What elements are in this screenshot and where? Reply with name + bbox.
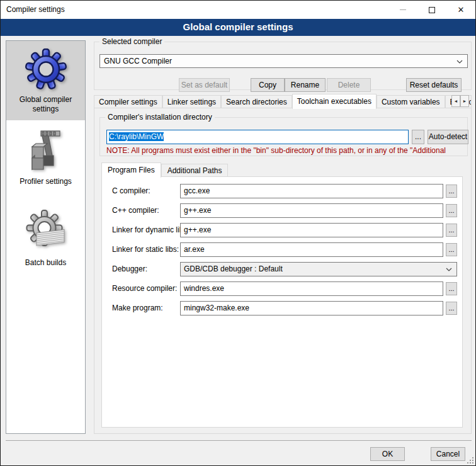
program-subtabs: Program Files Additional Paths	[101, 162, 228, 177]
close-button[interactable]: ✕	[446, 1, 475, 19]
close-icon: ✕	[458, 6, 465, 14]
window-controls: ✕	[388, 1, 475, 19]
field-label: C++ compiler:	[112, 203, 159, 218]
compiler-select[interactable]: GNU GCC Compiler	[99, 54, 468, 68]
minimize-icon	[400, 9, 406, 10]
sidebar-item-label: Global compiler settings	[8, 95, 84, 114]
sidebar-item-global-compiler-settings[interactable]: Global compiler settings	[6, 41, 85, 120]
make-program-browse-button[interactable]: ...	[446, 302, 457, 315]
tab-scroll-left-icon[interactable]: ◄	[451, 95, 460, 107]
static-linker-input[interactable]: ar.exe	[180, 242, 443, 257]
installation-directory-input[interactable]: C:\raylib\MinGW	[106, 130, 409, 144]
dynamic-linker-browse-button[interactable]: ...	[446, 224, 457, 237]
cpp-compiler-input[interactable]: g++.exe	[180, 203, 443, 218]
field-label: C compiler:	[112, 184, 150, 198]
field-row-cpp-compiler: C++ compiler: g++.exe ...	[102, 203, 462, 218]
installation-directory-group: Compiler's installation directory C:\ray…	[99, 117, 468, 156]
browse-directory-button[interactable]: ...	[412, 130, 424, 144]
tab-toolchain-executables[interactable]: Toolchain executables	[292, 94, 377, 109]
page-title: Global compiler settings	[1, 19, 475, 36]
sidebar-item-label: Profiler settings	[20, 177, 72, 186]
chevron-down-icon	[446, 268, 452, 271]
field-row-static-linker: Linker for static libs: ar.exe ...	[102, 242, 462, 257]
compiler-select-value: GNU GCC Compiler	[104, 57, 172, 65]
sidebar-item-batch-builds[interactable]: Batch builds	[6, 193, 85, 274]
compiler-tabs: Compiler settings Linker settings Search…	[94, 94, 472, 108]
ok-button[interactable]: OK	[370, 447, 405, 461]
maximize-button[interactable]	[417, 1, 446, 19]
chevron-down-icon	[456, 60, 463, 64]
tab-scroll-right-icon[interactable]: ►	[460, 95, 469, 107]
maximize-icon	[429, 7, 435, 13]
static-linker-browse-button[interactable]: ...	[446, 243, 457, 256]
sidebar-item-label: Batch builds	[25, 258, 66, 268]
selected-compiler-legend: Selected compiler	[99, 37, 164, 46]
resize-grip[interactable]	[467, 457, 474, 464]
debugger-select[interactable]: GDB/CDB debugger : Default	[180, 262, 457, 276]
window-title: Compiler settings	[6, 5, 65, 14]
installation-directory-value: C:\raylib\MinGW	[109, 132, 164, 141]
selected-compiler-group: Selected compiler GNU GCC Compiler Set a…	[94, 42, 472, 90]
field-label: Debugger:	[112, 262, 147, 276]
field-row-resource-compiler: Resource compiler: windres.exe ...	[102, 281, 462, 296]
title-bar[interactable]: Compiler settings ✕	[1, 1, 475, 19]
debugger-select-value: GDB/CDB debugger : Default	[184, 264, 283, 273]
rename-button[interactable]: Rename	[285, 78, 326, 92]
c-compiler-browse-button[interactable]: ...	[446, 185, 457, 198]
field-label: Linker for static libs:	[112, 242, 179, 257]
blue-gear-icon	[25, 48, 67, 90]
tab-search-directories[interactable]: Search directories	[221, 95, 292, 108]
auto-detect-button[interactable]: Auto-detect	[428, 130, 468, 144]
settings-category-list: Global compiler settings Profiler settin…	[6, 40, 86, 434]
delete-button: Delete	[327, 78, 371, 92]
field-row-dynamic-linker: Linker for dynamic libs: g++.exe ...	[102, 223, 462, 237]
program-files-page: C compiler: gcc.exe ... C++ compiler: g+…	[101, 176, 463, 428]
installation-directory-legend: Compiler's installation directory	[105, 113, 215, 122]
resource-compiler-input[interactable]: windres.exe	[180, 281, 443, 296]
toolchain-executables-page: Compiler's installation directory C:\ray…	[94, 108, 472, 434]
compiler-settings-dialog: Compiler settings ✕ Global compiler sett…	[0, 0, 476, 466]
copy-button[interactable]: Copy	[251, 78, 285, 92]
cpp-compiler-browse-button[interactable]: ...	[446, 204, 457, 217]
tab-scroll-buttons: ◄ ►	[451, 95, 469, 107]
c-compiler-input[interactable]: gcc.exe	[180, 184, 443, 198]
field-row-make-program: Make program: mingw32-make.exe ...	[102, 301, 462, 315]
tab-linker-settings[interactable]: Linker settings	[162, 95, 221, 108]
set-as-default-button: Set as default	[179, 78, 230, 92]
field-label: Linker for dynamic libs:	[112, 223, 190, 237]
field-label: Resource compiler:	[112, 281, 177, 296]
subtab-additional-paths[interactable]: Additional Paths	[161, 164, 229, 177]
field-label: Make program:	[112, 301, 163, 315]
caliper-tool-icon	[26, 130, 66, 172]
field-row-debugger: Debugger: GDB/CDB debugger : Default	[102, 262, 462, 276]
make-program-input[interactable]: mingw32-make.exe	[180, 301, 443, 315]
field-row-c-compiler: C compiler: gcc.exe ...	[102, 184, 462, 198]
dynamic-linker-input[interactable]: g++.exe	[180, 223, 443, 237]
resource-compiler-browse-button[interactable]: ...	[446, 282, 457, 295]
gear-with-stack-icon	[25, 209, 67, 253]
reset-defaults-button[interactable]: Reset defaults	[406, 78, 462, 92]
subtab-program-files[interactable]: Program Files	[101, 162, 161, 178]
sidebar-item-profiler-settings[interactable]: Profiler settings	[6, 120, 85, 193]
cancel-button[interactable]: Cancel	[431, 447, 465, 461]
directory-note: NOTE: All programs must exist either in …	[106, 146, 467, 155]
tab-compiler-settings[interactable]: Compiler settings	[94, 95, 162, 108]
footer-divider	[6, 440, 472, 441]
tab-custom-variables[interactable]: Custom variables	[377, 95, 445, 108]
main-panel: Selected compiler GNU GCC Compiler Set a…	[94, 36, 472, 441]
minimize-button[interactable]	[388, 1, 417, 19]
